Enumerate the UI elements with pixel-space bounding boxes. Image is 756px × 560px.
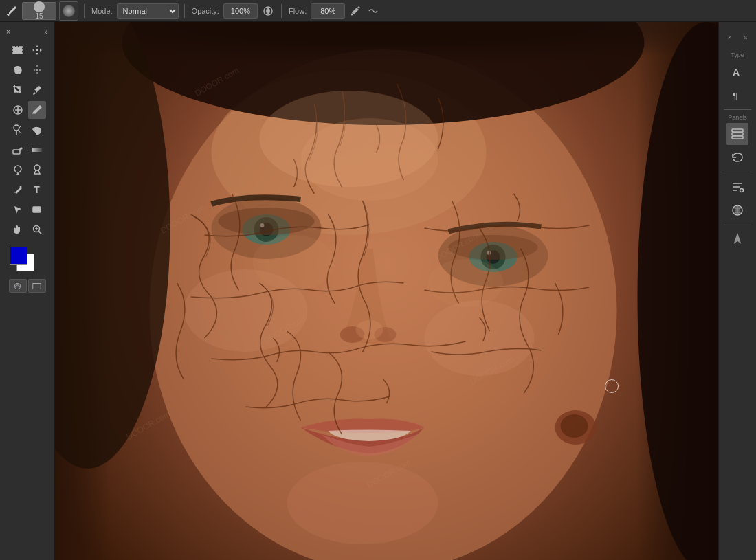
tool-hand[interactable] bbox=[9, 221, 27, 238]
close-panel-button[interactable]: × bbox=[3, 26, 14, 37]
right-panel-section-type: Type bbox=[719, 51, 756, 59]
svg-point-53 bbox=[740, 189, 744, 192]
tool-pen[interactable] bbox=[9, 181, 27, 199]
hair-top bbox=[55, 22, 718, 77]
tool-type[interactable]: T bbox=[28, 181, 46, 199]
color-swatches-container bbox=[10, 244, 45, 277]
properties-panel-button[interactable] bbox=[726, 176, 748, 198]
top-toolbar: 15 Mode: Normal Dissolve Multiply Screen… bbox=[0, 0, 756, 22]
right-panel-divider-2 bbox=[724, 172, 751, 172]
paragraph-panel-button[interactable]: ¶ bbox=[726, 84, 748, 106]
right-panel-divider-3 bbox=[724, 225, 751, 225]
tool-row-6 bbox=[0, 140, 54, 159]
svg-point-11 bbox=[19, 186, 21, 188]
svg-point-6 bbox=[14, 125, 19, 131]
tool-row-10 bbox=[0, 220, 54, 239]
main-layout: × » bbox=[0, 22, 756, 560]
tool-row-2 bbox=[0, 60, 54, 80]
tool-heal[interactable] bbox=[9, 101, 27, 119]
svg-rect-52 bbox=[732, 136, 743, 139]
svg-line-14 bbox=[38, 232, 41, 234]
tool-dodge[interactable] bbox=[28, 161, 46, 179]
svg-point-9 bbox=[14, 166, 21, 172]
foreground-color-swatch[interactable] bbox=[10, 247, 27, 265]
svg-rect-12 bbox=[33, 207, 41, 212]
tool-row-1 bbox=[0, 41, 54, 60]
flow-input[interactable] bbox=[311, 3, 345, 19]
tool-path-select[interactable] bbox=[9, 201, 27, 219]
hair-right bbox=[636, 22, 718, 560]
tool-marquee-rect[interactable] bbox=[9, 41, 27, 59]
svg-rect-8 bbox=[32, 148, 42, 152]
tool-lasso[interactable] bbox=[9, 61, 27, 79]
quick-mask-button[interactable] bbox=[9, 279, 27, 293]
hair-left bbox=[55, 22, 124, 560]
tool-row-9 bbox=[0, 200, 54, 219]
navigator-panel-button[interactable] bbox=[726, 229, 748, 251]
type-icon-label: T bbox=[34, 184, 40, 195]
mode-select[interactable]: Normal Dissolve Multiply Screen Overlay bbox=[117, 3, 179, 19]
color-swatches[interactable] bbox=[10, 247, 45, 274]
tool-magic-wand[interactable] bbox=[28, 61, 46, 79]
svg-rect-7 bbox=[13, 150, 20, 154]
expand-panel-button[interactable]: » bbox=[41, 26, 52, 37]
brush-size-display: 15 bbox=[22, 2, 56, 20]
svg-point-1 bbox=[351, 13, 353, 15]
tool-extras bbox=[6, 278, 49, 294]
right-panel-section-panels: Panels bbox=[719, 113, 756, 122]
left-panel-header: × » bbox=[0, 25, 54, 38]
right-panel-close-button[interactable]: × bbox=[722, 26, 737, 48]
tool-row-5 bbox=[0, 120, 54, 139]
tool-row-4 bbox=[0, 100, 54, 120]
character-panel-button[interactable]: A bbox=[726, 60, 748, 82]
tool-crop[interactable] bbox=[9, 81, 27, 99]
brush-tool-icon[interactable] bbox=[4, 3, 19, 19]
opacity-label: Opacity: bbox=[190, 7, 221, 15]
adjustments-panel-button[interactable] bbox=[726, 199, 748, 221]
toolbar-divider-2 bbox=[184, 4, 185, 18]
right-panel-header: × « bbox=[719, 25, 756, 49]
tool-move[interactable] bbox=[28, 41, 46, 59]
left-panel: × » bbox=[0, 22, 55, 560]
tool-eyedropper[interactable] bbox=[28, 81, 46, 99]
tool-blur[interactable] bbox=[9, 161, 27, 179]
tool-row-3 bbox=[0, 80, 54, 100]
svg-rect-18 bbox=[33, 283, 41, 289]
tool-shape[interactable] bbox=[28, 201, 46, 219]
toolbar-divider-3 bbox=[281, 4, 282, 18]
svg-rect-2 bbox=[13, 47, 22, 54]
tool-eraser[interactable] bbox=[9, 141, 27, 159]
svg-text:A: A bbox=[733, 67, 740, 78]
svg-rect-50 bbox=[732, 129, 743, 132]
toolbar-divider-1 bbox=[84, 4, 85, 18]
smoothing-icon[interactable] bbox=[366, 3, 381, 19]
canvas-area[interactable]: DOOOR.com DOOOR.com DOOOR.com DOOOR.com … bbox=[55, 22, 718, 560]
opacity-icon[interactable] bbox=[260, 3, 276, 19]
tool-row-8: T bbox=[0, 180, 54, 199]
right-panel-divider-1 bbox=[724, 109, 751, 110]
screen-mode-button[interactable] bbox=[28, 279, 46, 293]
opacity-input[interactable] bbox=[223, 3, 258, 19]
brush-thumbnail-icon[interactable] bbox=[59, 1, 78, 21]
mode-label: Mode: bbox=[90, 7, 114, 15]
brush-size-value: 15 bbox=[35, 13, 43, 20]
svg-marker-55 bbox=[735, 234, 740, 243]
svg-point-4 bbox=[36, 69, 38, 71]
svg-text:¶: ¶ bbox=[733, 91, 737, 101]
tool-gradient[interactable] bbox=[28, 141, 46, 159]
right-panel: × « Type A ¶ Panels bbox=[718, 22, 756, 560]
tool-clone-stamp[interactable] bbox=[9, 121, 27, 139]
svg-rect-3 bbox=[36, 49, 38, 51]
svg-rect-51 bbox=[732, 133, 743, 135]
tool-brush[interactable] bbox=[28, 101, 46, 119]
tool-history-brush[interactable] bbox=[28, 121, 46, 139]
history-panel-button[interactable] bbox=[726, 146, 748, 168]
canvas-background bbox=[55, 22, 718, 560]
layers-panel-button[interactable] bbox=[726, 123, 748, 145]
svg-point-10 bbox=[34, 165, 40, 170]
tool-row-7 bbox=[0, 160, 54, 179]
tool-zoom[interactable] bbox=[28, 221, 46, 238]
airbrush-icon[interactable] bbox=[348, 3, 363, 19]
right-panel-expand-button[interactable]: « bbox=[737, 26, 753, 48]
flow-label: Flow: bbox=[287, 7, 308, 15]
